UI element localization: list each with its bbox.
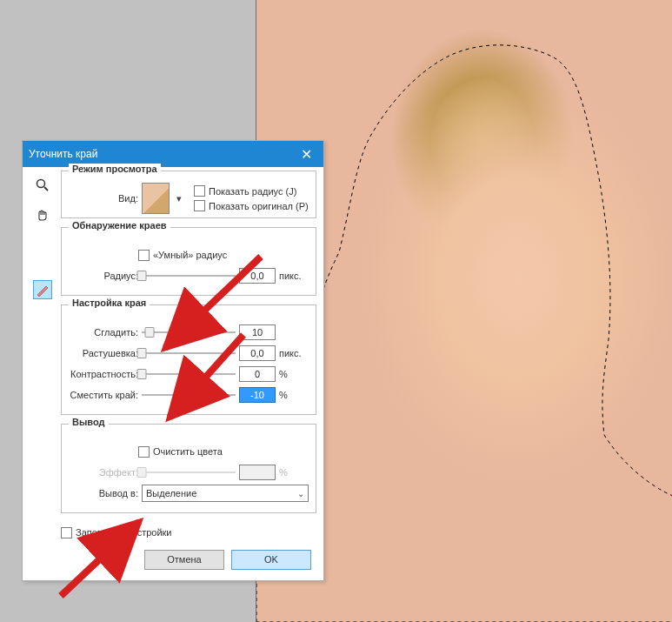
smart-radius-checkbox[interactable]: «Умный» радиус [138,250,227,261]
output-to-value: Выделение [146,488,196,498]
output-to-select[interactable]: Выделение ⌄ [142,485,309,502]
effect-label: Эффект: [69,467,138,478]
close-button[interactable]: ✕ [289,141,323,167]
close-icon: ✕ [301,146,312,163]
contrast-input[interactable]: 0 [239,366,276,382]
show-radius-checkbox[interactable]: Показать радиус (J) [194,185,309,197]
radius-label: Радиус: [69,271,138,281]
refine-edge-dialog: Уточнить край ✕ Режим просмотра Вид: [22,140,324,581]
feather-input[interactable]: 0,0 [239,345,276,361]
view-label: Вид: [69,193,138,204]
chevron-down-icon: ⌄ [297,489,304,498]
smooth-slider[interactable] [142,325,236,339]
magnifier-icon [36,178,50,192]
tool-column [30,176,56,299]
feather-unit: пикс. [279,348,309,358]
shift-input[interactable]: -10 [239,387,276,403]
adjust-edge-group: Настройка края Сгладить: 10 Растушевка: … [61,304,316,415]
output-to-label: Вывод в: [69,488,138,498]
feather-label: Растушевка: [69,348,138,358]
view-mode-group: Режим просмотра Вид: ▾ Показать радиус (… [61,171,316,218]
show-original-checkbox[interactable]: Показать оригинал (P) [194,200,309,211]
smart-radius-label: «Умный» радиус [153,250,227,260]
chevron-down-icon: ▾ [176,193,182,204]
effect-slider [142,465,236,479]
output-group: Вывод Очистить цвета Эффект: % Вывод в: … [61,424,316,513]
view-mode-title: Режим просмотра [69,164,161,174]
show-radius-label: Показать радиус (J) [209,186,296,197]
hand-tool[interactable] [33,205,52,224]
contrast-label: Контрастность: [69,369,138,379]
shift-label: Сместить край: [69,390,138,400]
radius-unit: пикс. [279,271,309,281]
svg-point-0 [37,180,45,188]
show-original-label: Показать оригинал (P) [209,201,309,211]
output-title: Вывод [69,417,109,427]
edge-detection-title: Обнаружение краев [69,220,170,231]
hand-icon [36,208,50,222]
dialog-titlebar[interactable]: Уточнить край ✕ [23,141,323,167]
remember-label: Запомнить настройки [76,527,172,538]
feather-slider[interactable] [142,346,236,360]
dialog-title: Уточнить край [29,148,97,160]
cancel-button[interactable]: Отмена [144,550,224,570]
adjust-edge-title: Настройка края [69,298,150,308]
svg-line-1 [44,187,48,191]
brush-icon [36,283,50,297]
refine-brush-tool[interactable] [33,280,52,299]
view-dropdown-arrow[interactable]: ▾ [173,183,185,214]
checkbox-icon [138,446,150,458]
effect-input [239,465,276,480]
smooth-label: Сгладить: [69,327,138,338]
contrast-unit: % [279,369,309,379]
zoom-tool[interactable] [33,176,52,195]
decontaminate-checkbox[interactable]: Очистить цвета [138,446,223,458]
radius-input[interactable]: 0,0 [239,268,276,284]
checkbox-icon [138,250,150,261]
view-thumbnail[interactable] [142,183,170,214]
contrast-slider[interactable] [142,367,236,381]
ok-button[interactable]: OK [231,550,311,570]
smooth-input[interactable]: 10 [239,324,276,340]
shift-slider[interactable] [142,388,236,402]
edge-detection-group: Обнаружение краев «Умный» радиус Радиус:… [61,227,316,296]
remember-checkbox[interactable]: Запомнить настройки [61,527,172,538]
shift-unit: % [279,390,309,400]
checkbox-icon [194,185,205,197]
radius-slider[interactable] [142,269,236,283]
effect-unit: % [279,467,309,478]
decontaminate-label: Очистить цвета [153,446,223,457]
checkbox-icon [194,200,205,211]
checkbox-icon [61,527,72,538]
